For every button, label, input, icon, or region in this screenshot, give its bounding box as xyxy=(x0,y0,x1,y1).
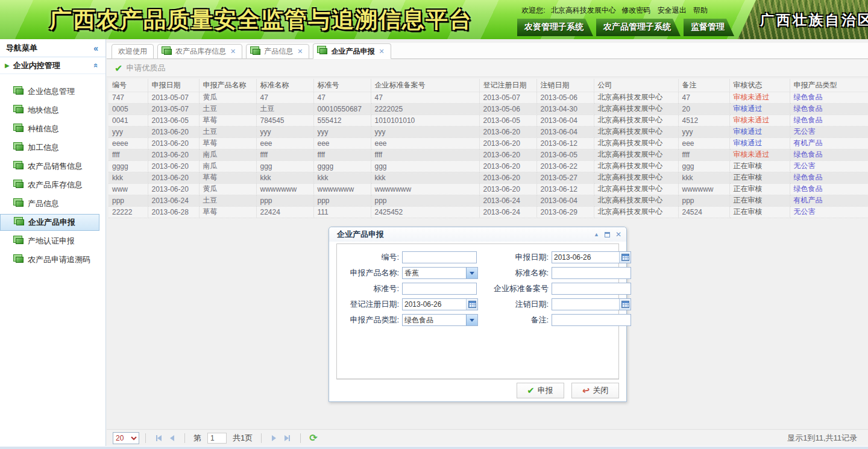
sidebar-collapse-icon[interactable]: « xyxy=(93,43,98,53)
no-input[interactable] xyxy=(402,251,477,263)
tab-label: 欢迎使用 xyxy=(118,46,147,57)
tab-close-icon[interactable]: ✕ xyxy=(379,48,384,55)
declare-date-label: 申报日期: xyxy=(482,252,552,263)
change-password-link[interactable]: 修改密码 xyxy=(621,6,650,14)
sidebar-item-label: 加工信息 xyxy=(28,142,59,153)
last-page-button[interactable] xyxy=(285,435,290,441)
declare-date-value: 2013-06-26 xyxy=(552,253,619,262)
table-cell: 审核通过 xyxy=(729,137,790,149)
page-total: 共1页 xyxy=(233,433,253,444)
sidebar-item[interactable]: 企业产品申报 xyxy=(0,214,99,231)
std-name-input[interactable] xyxy=(552,267,631,279)
table-row[interactable]: 7472013-05-07黄瓜4747472013-05-072013-05-0… xyxy=(108,92,868,103)
prev-page-button[interactable] xyxy=(170,435,174,441)
declare-date-calendar-button[interactable] xyxy=(619,252,631,263)
dialog-titlebar[interactable]: 企业产品申报 ▲ ✕ xyxy=(329,227,626,242)
table-cell: 北京高科技发展中心 xyxy=(594,206,678,218)
product-name-select[interactable]: 香蕉 xyxy=(402,267,478,279)
column-header[interactable]: 申报日期 xyxy=(148,79,199,92)
first-page-button[interactable] xyxy=(156,435,162,441)
sidebar: 导航菜单 « ▶ 企业内控管理 « 企业信息管理地块信息种植信息加工信息农产品销… xyxy=(0,39,106,446)
tab[interactable]: 企业产品申报✕ xyxy=(313,43,391,59)
table-cell: kkk xyxy=(371,172,479,183)
column-header[interactable]: 审核状态 xyxy=(729,79,790,92)
subsystem-supervision-button[interactable]: 监督管理 xyxy=(684,19,734,36)
page-prefix: 第 xyxy=(193,433,201,444)
reg-date-input[interactable]: 2013-06-26 xyxy=(402,298,478,310)
column-header[interactable]: 公司 xyxy=(594,79,678,92)
logout-link[interactable]: 安全退出 xyxy=(658,6,687,14)
column-header[interactable]: 企业标准备案号 xyxy=(371,79,479,92)
table-row[interactable]: www2013-06-20黄瓜wwwwwwwwwwwwwwwwwwwww2013… xyxy=(108,183,868,195)
apply-premium-button[interactable]: 申请优质品 xyxy=(126,63,165,74)
table-row[interactable]: 222222013-06-28草莓2242411124254522013-06-… xyxy=(108,206,868,218)
column-header[interactable]: 标准号 xyxy=(313,79,371,92)
column-header[interactable]: 申报产品名称 xyxy=(199,79,256,92)
sidebar-item[interactable]: 加工信息 xyxy=(0,139,102,156)
tab[interactable]: 欢迎使用 xyxy=(112,44,154,59)
column-header[interactable]: 申报产品类型 xyxy=(790,79,868,92)
sidebar-item[interactable]: 农产品库存信息 xyxy=(0,177,102,193)
table-cell: eee xyxy=(678,137,729,149)
remark-input[interactable] xyxy=(552,314,631,326)
table-cell: 2013-06-20 xyxy=(148,137,199,149)
sidebar-item[interactable]: 产品信息 xyxy=(0,195,102,212)
table-cell: 4512 xyxy=(678,115,729,126)
table-cell: 北京高科技发展中心 xyxy=(594,137,678,149)
table-cell: 审核通过 xyxy=(729,126,790,137)
sidebar-section-internal-control[interactable]: ▶ 企业内控管理 « xyxy=(0,57,105,74)
cancel-date-input[interactable] xyxy=(552,298,631,310)
table-cell: 2013-06-20 xyxy=(479,149,536,160)
reg-date-calendar-button[interactable] xyxy=(466,299,477,310)
refresh-icon[interactable]: ⟳ xyxy=(309,432,317,444)
declare-date-input[interactable]: 2013-06-26 xyxy=(552,251,631,263)
pagination-bar: 20 第 共1页 ⟳ 显示1到11,共11记录 xyxy=(107,429,868,446)
submit-declaration-button[interactable]: ✔ 申报 xyxy=(517,383,564,398)
table-row[interactable]: ffff2013-06-20南瓜ffffffffffff2013-06-2020… xyxy=(108,149,868,160)
sidebar-item[interactable]: 农产品申请追溯码 xyxy=(0,251,102,268)
table-cell: 2013-06-24 xyxy=(148,195,199,206)
subsystem-agri-supplies-button[interactable]: 农资管理子系统 xyxy=(517,19,593,36)
dialog-collapse-icon[interactable]: ▲ xyxy=(594,232,599,237)
table-cell: ppp xyxy=(678,195,729,206)
table-row[interactable]: yyy2013-06-20土豆yyyyyyyyy2013-06-202013-0… xyxy=(108,126,868,137)
tab-close-icon[interactable]: ✕ xyxy=(230,48,236,55)
table-cell: 有机产品 xyxy=(790,137,868,149)
product-dropdown-button[interactable] xyxy=(466,268,477,278)
sidebar-item[interactable]: 地块信息 xyxy=(0,102,102,119)
close-dialog-button[interactable]: ↩ 关闭 xyxy=(571,383,619,398)
help-link[interactable]: 帮助 xyxy=(693,6,708,14)
column-header[interactable]: 登记注册日期 xyxy=(479,79,536,92)
sidebar-item[interactable]: 企业信息管理 xyxy=(0,83,102,100)
column-header[interactable]: 编号 xyxy=(108,79,148,92)
type-dropdown-button[interactable] xyxy=(466,315,477,325)
tab-close-icon[interactable]: ✕ xyxy=(297,48,303,55)
page-size-select[interactable]: 20 xyxy=(113,432,139,444)
table-row[interactable]: kkk2013-06-20草莓kkkkkkkkk2013-06-202013-0… xyxy=(108,172,868,183)
product-type-select[interactable]: 绿色食品 xyxy=(402,314,478,326)
column-header[interactable]: 标准名称 xyxy=(256,79,313,92)
section-collapse-icon[interactable]: « xyxy=(92,63,101,68)
tab[interactable]: 产品信息✕ xyxy=(246,44,309,59)
table-row[interactable]: eeee2013-06-20草莓eeeeeeeee2013-06-202013-… xyxy=(108,137,868,149)
sidebar-item-label: 企业产品申报 xyxy=(28,217,75,228)
tab[interactable]: 农产品库存信息✕ xyxy=(157,44,242,59)
sidebar-item[interactable]: 农产品销售信息 xyxy=(0,158,102,175)
page-number-input[interactable] xyxy=(207,433,227,444)
column-header[interactable]: 注销日期 xyxy=(536,79,594,92)
dialog-maximize-icon[interactable] xyxy=(605,232,610,237)
table-row[interactable]: gggg2013-06-20南瓜gggggggggg2013-06-202013… xyxy=(108,160,868,172)
sidebar-item[interactable]: 产地认证申报 xyxy=(0,233,102,250)
table-row[interactable]: 00412013-06-05草莓784545555412101010101020… xyxy=(108,115,868,126)
std-no-input[interactable] xyxy=(402,283,477,295)
subsystem-agri-products-button[interactable]: 农产品管理子系统 xyxy=(596,19,681,36)
record-no-input[interactable] xyxy=(552,283,631,295)
next-page-button[interactable] xyxy=(272,435,276,441)
cancel-date-calendar-button[interactable] xyxy=(619,299,631,310)
dialog-close-icon[interactable]: ✕ xyxy=(615,231,621,238)
table-row[interactable]: 00052013-05-07土豆土豆0001055068722220252013… xyxy=(108,103,868,115)
table-row[interactable]: ppp2013-06-24土豆ppppppppp2013-06-242013-0… xyxy=(108,195,868,206)
sidebar-item[interactable]: 种植信息 xyxy=(0,121,102,137)
table-cell: 2013-06-20 xyxy=(479,172,536,183)
column-header[interactable]: 备注 xyxy=(678,79,729,92)
